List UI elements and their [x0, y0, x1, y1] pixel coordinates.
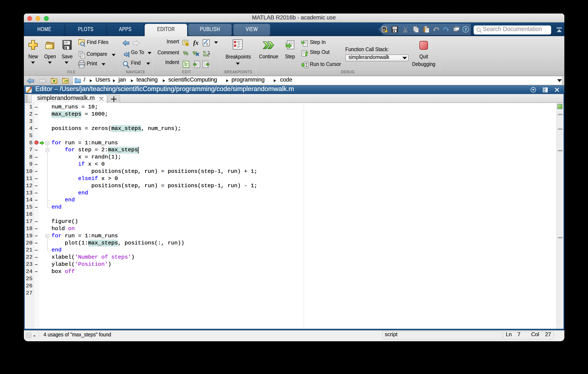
svg-text:fx: fx [193, 39, 199, 46]
svg-text:%: % [183, 50, 189, 56]
svg-text:?: ? [465, 27, 467, 32]
svg-text:fi: fi [206, 42, 208, 46]
